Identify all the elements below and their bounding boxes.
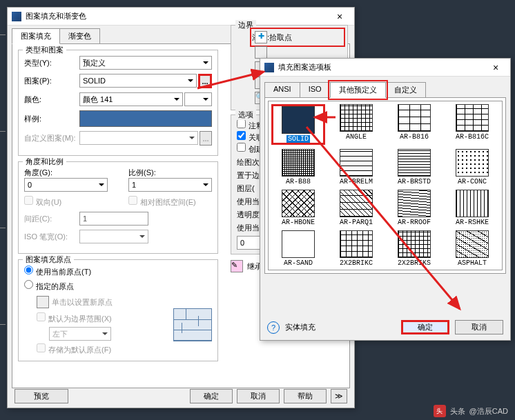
group-origin: 图案填充原点 使用当前原点(T) 指定的原点 单击以设置新原点 默认为边界范围(… xyxy=(18,259,218,361)
custom-browse-button: ... xyxy=(200,131,212,146)
watermark: 头 头条 @浩辰CAD xyxy=(434,405,508,417)
inherit-icon[interactable]: ✎ xyxy=(231,260,243,272)
group-type-pattern: 类型和图案 类型(Y): 预定义 图案(P): SOLID ... 颜色: 颜色… xyxy=(18,50,218,156)
pattern-grid: SOLIDANGLEAR-B816AR-B816CAR-B88AR-BRELMA… xyxy=(268,101,503,270)
dialog-buttons: 预览 确定 取消 帮助 ≫ xyxy=(8,389,354,403)
pattern-AR-PARQ1[interactable]: AR-PARQ1 xyxy=(329,190,383,226)
pattern-AR-B816C[interactable]: AR-B816C xyxy=(445,104,499,145)
pattern-AR-BRELM[interactable]: AR-BRELM xyxy=(329,149,383,186)
origin-pos-select: 左下 xyxy=(49,327,111,341)
add-pick-point[interactable]: ✚添加:拾取点 xyxy=(252,30,343,45)
tab-other-predef[interactable]: 其他预定义 xyxy=(330,82,386,98)
specify-origin-radio[interactable]: 指定的原点 xyxy=(24,280,212,292)
group-legend: 图案填充原点 xyxy=(23,254,74,265)
app-icon xyxy=(12,12,21,21)
pick-icon: ✚ xyxy=(255,31,267,43)
store-default-check: 存储为默认原点(F) xyxy=(37,343,173,355)
bidir-check[interactable]: 双向(U) xyxy=(24,198,61,206)
tab-custom[interactable]: 自定义 xyxy=(385,82,426,98)
group-legend: 选项 xyxy=(235,110,256,120)
origin-preview xyxy=(173,308,212,341)
dialog-title: 图案填充和渐变色 xyxy=(26,11,329,21)
pattern-SOLID[interactable]: SOLID xyxy=(271,104,325,145)
help-button[interactable]: 帮助 xyxy=(284,389,327,403)
expand-button[interactable]: ≫ xyxy=(331,389,347,403)
pattern-ASPHALT[interactable]: ASPHALT xyxy=(445,230,499,267)
pattern-AR-BRSTD[interactable]: AR-BRSTD xyxy=(387,149,441,186)
custom-pattern-select xyxy=(79,131,198,145)
isopen-select xyxy=(79,230,148,243)
close-icon[interactable]: × xyxy=(329,11,350,22)
tab-gradient[interactable]: 渐变色 xyxy=(59,28,100,44)
use-current-origin-radio[interactable]: 使用当前原点(T) xyxy=(24,266,212,277)
pattern-AR-B816[interactable]: AR-B816 xyxy=(387,104,441,145)
angle-select[interactable]: 0 xyxy=(24,178,108,192)
cancel-button[interactable]: 取消 xyxy=(237,389,280,403)
pattern-ANGLE[interactable]: ANGLE xyxy=(329,104,383,145)
solid-fill-label: 实体填充 xyxy=(285,322,396,332)
app-icon xyxy=(264,63,274,72)
pattern-2X2BRIKS[interactable]: 2X2BRIKS xyxy=(387,230,441,267)
pattern-2X2BRIKC[interactable]: 2X2BRIKC xyxy=(329,230,383,267)
pattern-select[interactable]: SOLID xyxy=(79,74,197,88)
watermark-user: @浩辰CAD xyxy=(469,406,508,417)
tab-hatch[interactable]: 图案填充 xyxy=(12,28,60,44)
default-bound-check: 默认为边界范围(X) xyxy=(37,312,173,324)
group-legend: 边界 xyxy=(235,20,256,30)
pattern-label: 图案(P): xyxy=(24,76,79,86)
palette-cancel-button[interactable]: 取消 xyxy=(455,320,503,334)
scale-label: 比例(S): xyxy=(128,168,212,178)
titlebar: 图案填充和渐变色 × xyxy=(8,8,354,26)
scale-select[interactable]: 1 xyxy=(128,178,212,192)
pattern-AR-CONC[interactable]: AR-CONC xyxy=(445,149,499,186)
spacing-input xyxy=(79,212,148,226)
sample-label: 样例: xyxy=(24,114,79,124)
sample-swatch[interactable] xyxy=(79,110,212,127)
watermark-icon: 头 xyxy=(434,405,446,417)
click-set-origin[interactable]: 单击以设置新原点 xyxy=(52,297,113,308)
palette-dialog: 填充图案选项板 × ANSI ISO 其他预定义 自定义 SOLIDANGLEA… xyxy=(260,58,511,341)
watermark-brand: 头条 xyxy=(450,406,465,417)
pattern-browse-button[interactable]: ... xyxy=(198,74,212,88)
angle-label: 角度(G): xyxy=(24,168,108,178)
preview-button[interactable]: 预览 xyxy=(14,389,68,403)
group-angle-scale: 角度和比例 角度(G): 0 比例(S): 1 双向(U) 相对图纸空间(E) … xyxy=(18,161,218,254)
group-legend: 类型和图案 xyxy=(23,45,66,55)
pattern-AR-RSHKE[interactable]: AR-RSHKE xyxy=(445,190,499,226)
color-select[interactable]: 颜色 141 xyxy=(79,92,183,106)
tab-ansi[interactable]: ANSI xyxy=(264,82,300,98)
pattern-AR-RROOF[interactable]: AR-RROOF xyxy=(387,190,441,226)
custom-pattern-label: 自定义图案(M): xyxy=(24,133,79,143)
isopen-label: ISO 笔宽(O): xyxy=(24,232,79,242)
palette-close-icon[interactable]: × xyxy=(485,62,506,73)
info-icon[interactable]: ? xyxy=(267,321,280,334)
set-origin-icon xyxy=(37,296,49,308)
tab-iso[interactable]: ISO xyxy=(300,82,331,98)
palette-tabs: ANSI ISO 其他预定义 自定义 xyxy=(260,77,510,98)
relpaper-check[interactable]: 相对图纸空间(E) xyxy=(128,198,196,206)
type-label: 类型(Y): xyxy=(24,58,79,68)
palette-ok-button[interactable]: 确定 xyxy=(401,320,449,334)
palette-titlebar: 填充图案选项板 × xyxy=(260,59,510,77)
color-bg-select[interactable] xyxy=(184,92,212,106)
type-select[interactable]: 预定义 xyxy=(79,56,212,70)
spacing-label: 间距(C): xyxy=(24,214,79,224)
pattern-AR-HBONE[interactable]: AR-HBONE xyxy=(271,190,325,226)
ok-button[interactable]: 确定 xyxy=(190,389,233,403)
palette-title: 填充图案选项板 xyxy=(278,62,485,72)
group-legend: 角度和比例 xyxy=(23,157,66,167)
palette-body: SOLIDANGLEAR-B816AR-B816CAR-B88AR-BRELMA… xyxy=(264,97,506,274)
pattern-AR-B88[interactable]: AR-B88 xyxy=(271,149,325,186)
add-select-icon[interactable] xyxy=(255,46,267,59)
color-label: 颜色: xyxy=(24,94,79,105)
pattern-AR-SAND[interactable]: AR-SAND xyxy=(271,230,325,267)
